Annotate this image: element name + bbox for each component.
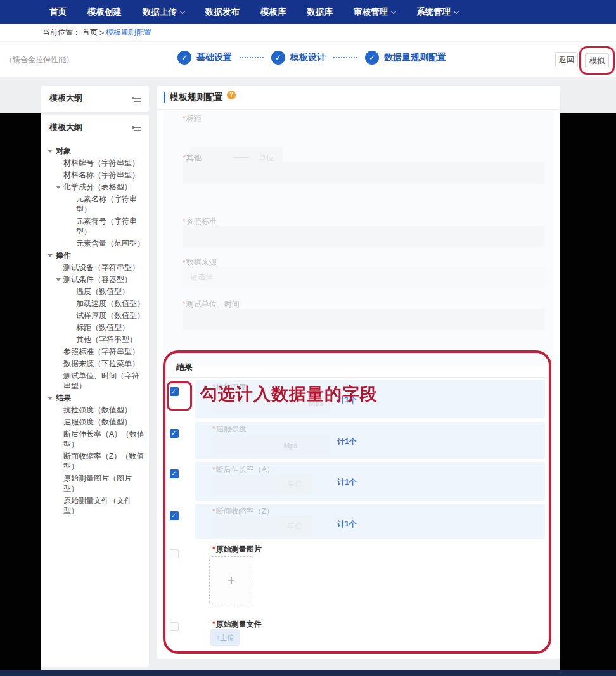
caret-down-icon[interactable] xyxy=(48,150,53,153)
tree-item[interactable]: 元素含量（范围型） xyxy=(41,238,146,248)
breadcrumb-home-link[interactable]: 首页 xyxy=(82,27,98,38)
back-button[interactable]: 返回 xyxy=(555,52,578,67)
fraction-line xyxy=(233,157,250,158)
outline-collapse-icon[interactable] xyxy=(132,94,141,102)
tree-item[interactable]: 材料牌号（字符串型） xyxy=(41,158,146,168)
tree-item[interactable]: 参照标准（字符串型） xyxy=(41,347,146,357)
tree-item-label: 原始测量图片（图片型） xyxy=(63,474,132,493)
stepper-bar: （镁合金拉伸性能） ✓ 基础设置 ✓ 模板设计 ✓ 数据量规则配置 返回 模拟 xyxy=(0,42,616,77)
tree-item-label: 化学成分（表格型） xyxy=(63,182,132,191)
nav-item[interactable]: 数据发布 xyxy=(205,6,240,18)
tree-item[interactable]: 测试条件（容器型） xyxy=(41,274,146,284)
tree-item[interactable]: 其他（字符串型） xyxy=(41,335,146,345)
breadcrumb-current[interactable]: 模板规则配置 xyxy=(106,27,151,38)
nav-item[interactable]: 数据库 xyxy=(307,6,333,18)
tree-item[interactable]: 标距（数值型） xyxy=(41,322,146,333)
unit-chip: 单位 xyxy=(278,516,312,536)
tree-item[interactable]: 加载速度（数值型） xyxy=(41,298,146,309)
tree-item[interactable]: 屈服强度（数值型） xyxy=(41,417,146,427)
checkbox-tensile-checked[interactable]: ✓ xyxy=(170,387,179,396)
nav-item[interactable]: 模板创建 xyxy=(87,6,122,18)
tree-item-label: 测试单位、时间（字符串型） xyxy=(63,371,139,390)
nav-item-label: 数据发布 xyxy=(205,6,240,18)
tree-item[interactable]: 断后伸长率（A）（数值型） xyxy=(41,429,146,449)
tree-item[interactable]: 原始测量文件（文件型） xyxy=(41,495,146,516)
tree-item[interactable]: 温度（数值型） xyxy=(41,286,146,297)
tree-item[interactable]: 元素名称（字符串型） xyxy=(41,194,146,214)
tree-item[interactable]: 测试设备（字符串型） xyxy=(41,262,146,272)
caret-down-icon[interactable] xyxy=(48,397,53,400)
nav-item[interactable]: 模板库 xyxy=(260,6,286,18)
checkbox-yield-checked[interactable]: ✓ xyxy=(170,429,179,438)
tree-item-label: 试样厚度（数值型） xyxy=(76,311,144,320)
main-panel-header: 模板规则配置 ? xyxy=(157,86,560,110)
tree-item-label: 加载速度（数值型） xyxy=(76,299,144,308)
tree-item-label: 原始测量文件（文件型） xyxy=(63,496,132,515)
rule-form-panel: *标距 单位 *其他 *参照标准 *数据来源 请选择 xyxy=(164,111,554,366)
chevron-down-icon xyxy=(391,8,396,13)
tree-item[interactable]: 对象 xyxy=(41,146,146,156)
tree-item-label: 材料牌号（字符串型） xyxy=(63,158,139,167)
tree-item[interactable]: 断面收缩率（Z）（数值型） xyxy=(41,451,146,471)
tree-item-label: 测试设备（字符串型） xyxy=(63,263,139,272)
tree-item[interactable]: 材料名称（字符串型） xyxy=(41,170,146,180)
yield-input[interactable] xyxy=(212,435,330,455)
checkbox-elongation-checked[interactable]: ✓ xyxy=(170,469,179,478)
step-label-basic[interactable]: 基础设置 xyxy=(196,52,232,63)
tree-item-label: 标距（数值型） xyxy=(76,323,129,332)
image-upload-box[interactable]: + xyxy=(209,556,253,604)
nav-item-label: 数据上传 xyxy=(143,6,177,18)
annotation-text: 勾选计入数据量的字段 xyxy=(200,383,378,405)
tree-item[interactable]: 试样厚度（数值型） xyxy=(41,310,146,321)
tree-item[interactable]: 测试单位、时间（字符串型） xyxy=(41,371,146,391)
step-check-icon: ✓ xyxy=(365,51,379,65)
tree-item[interactable]: 原始测量图片（图片型） xyxy=(41,473,146,494)
result-row-image: *原始测量图片 + xyxy=(166,542,549,617)
tree-item[interactable]: 元素符号（字符串型） xyxy=(41,216,146,236)
other-input[interactable] xyxy=(183,162,545,184)
top-navbar: 首页 模板创建 数据上传 数据发布 模板库 xyxy=(0,0,616,24)
result-field-label: *断后伸长率（A） xyxy=(212,464,274,475)
checkbox-image-unchecked[interactable] xyxy=(170,549,179,558)
nav-item[interactable]: 数据上传 xyxy=(143,6,184,18)
outline-collapse-icon[interactable] xyxy=(132,124,141,131)
simulate-button[interactable]: 模拟 xyxy=(585,53,609,68)
tree-item-label: 断面收缩率（Z）（数值型） xyxy=(63,452,144,471)
tree-item-label: 参照标准（字符串型） xyxy=(63,347,139,356)
caret-down-icon[interactable] xyxy=(48,254,53,257)
help-icon[interactable]: ? xyxy=(227,91,236,99)
tree-item-label: 抗拉强度（数值型） xyxy=(63,405,132,414)
step-label-design[interactable]: 模板设计 xyxy=(290,52,326,63)
nav-item-label: 审核管理 xyxy=(354,6,388,18)
caret-down-icon[interactable] xyxy=(56,186,61,189)
step-label-data-rules[interactable]: 数据量规则配置 xyxy=(384,52,446,63)
chevron-down-icon xyxy=(454,8,459,13)
tree-item[interactable]: 抗拉强度（数值型） xyxy=(41,405,146,415)
result-field-label: *屈服强度 xyxy=(212,424,247,435)
right-black-margin xyxy=(560,113,616,670)
result-field-label: *原始测量文件 xyxy=(212,619,262,630)
select-placeholder: 请选择 xyxy=(190,272,213,283)
caret-down-icon[interactable] xyxy=(56,278,61,281)
tree-item[interactable]: 操作 xyxy=(41,250,146,260)
count-badge: 计1个 xyxy=(337,477,357,488)
divider xyxy=(166,377,545,378)
sidebar-title: 模板大纲 xyxy=(49,92,132,104)
checkbox-file-unchecked[interactable] xyxy=(170,622,179,631)
step-connector xyxy=(333,57,357,58)
reference-standard-input[interactable] xyxy=(183,226,545,247)
template-outline-tree: 对象 材料牌号（字符串型） 材料名称（字符串型） 化学成分（表格型） xyxy=(41,140,149,516)
tree-item[interactable]: 结果 xyxy=(41,393,146,403)
tree-item-label: 结果 xyxy=(56,393,71,402)
template-name: （镁合金拉伸性能） xyxy=(5,54,74,65)
title-accent-bar xyxy=(164,92,165,103)
tree-item[interactable]: 数据来源（下拉菜单） xyxy=(41,359,146,369)
nav-item[interactable]: 系统管理 xyxy=(416,6,458,18)
data-source-select[interactable]: 请选择 xyxy=(183,267,545,287)
tree-item[interactable]: 化学成分（表格型） xyxy=(41,182,146,192)
test-unit-time-input[interactable] xyxy=(183,309,545,330)
upload-button[interactable]: ↑上传 xyxy=(210,629,240,646)
checkbox-reduction-checked[interactable]: ✓ xyxy=(170,511,179,520)
nav-item[interactable]: 首页 xyxy=(49,6,67,18)
nav-item[interactable]: 审核管理 xyxy=(354,6,395,18)
